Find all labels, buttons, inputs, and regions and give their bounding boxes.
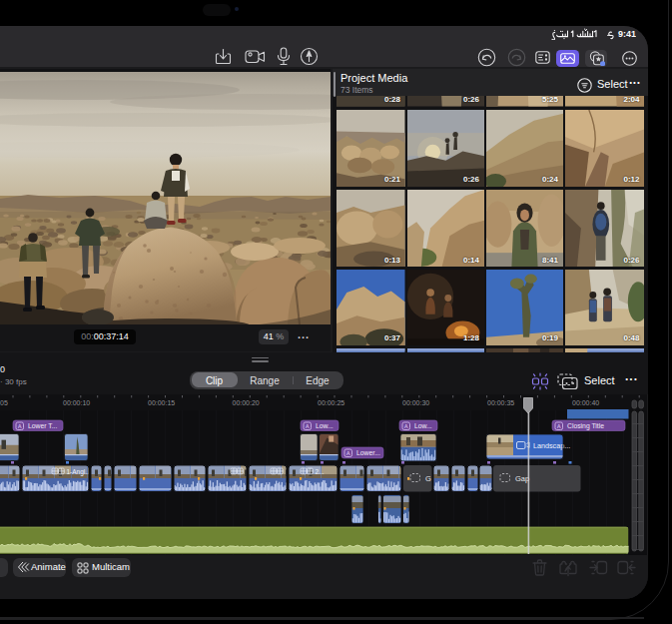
svg-text:00:00:35: 00:00:35 <box>487 399 514 406</box>
svg-text:00:00:10: 00:00:10 <box>63 399 90 406</box>
svg-text:00:00:40: 00:00:40 <box>572 399 599 406</box>
svg-text:00:00:20: 00:00:20 <box>233 399 260 406</box>
svg-text:00:00:15: 00:00:15 <box>148 399 175 406</box>
svg-text:05: 05 <box>0 399 8 406</box>
svg-text:00:00:25: 00:00:25 <box>318 399 344 406</box>
svg-text:00:00:30: 00:00:30 <box>402 399 429 406</box>
